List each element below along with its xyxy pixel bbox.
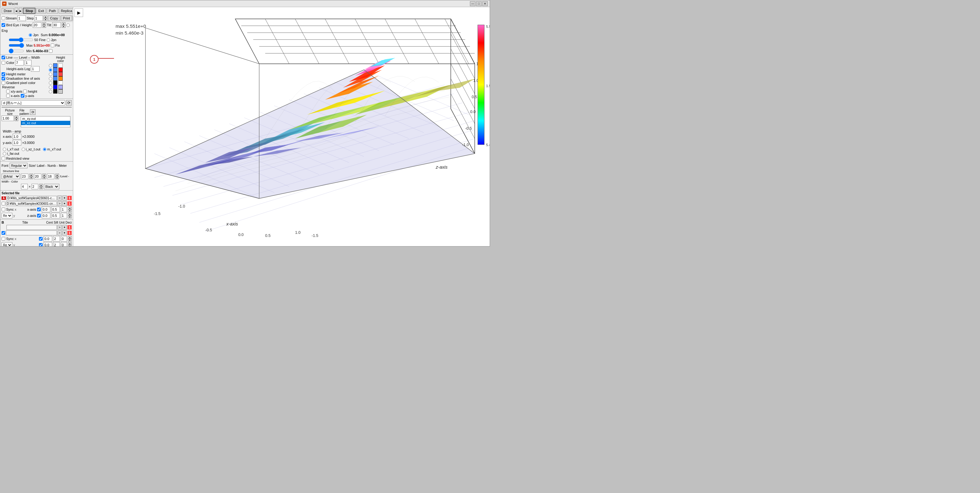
x-spin-b[interactable] <box>61 236 67 242</box>
fix-min-checkbox[interactable] <box>49 49 52 53</box>
color-num-input[interactable] <box>25 60 32 65</box>
fix-max-checkbox[interactable] <box>51 43 54 47</box>
picture-size-input[interactable] <box>2 116 14 121</box>
section-b-arrow1[interactable]: > <box>57 225 62 230</box>
x-check-a[interactable] <box>37 208 41 211</box>
nav-prev-button[interactable]: ◄ <box>14 8 18 14</box>
width-struct-down[interactable]: ▼ <box>39 186 43 189</box>
section-b-check2[interactable] <box>2 231 5 235</box>
y-axis-checkbox[interactable] <box>21 94 24 98</box>
width-struct-input[interactable] <box>32 184 38 189</box>
hc-radio-1[interactable] <box>49 68 52 72</box>
hc-radio-5[interactable] <box>49 86 52 89</box>
y-val1-a[interactable] <box>42 213 50 218</box>
color-input[interactable] <box>15 60 24 65</box>
width-struct-up[interactable]: ▲ <box>39 184 43 186</box>
x-val2-b[interactable] <box>53 236 60 242</box>
pattern-radio-0[interactable] <box>3 148 6 151</box>
hc-radio-0[interactable] <box>49 64 52 67</box>
pattern-radio-3[interactable] <box>3 152 6 155</box>
close-button[interactable]: ✕ <box>482 1 488 6</box>
x-val1-b[interactable] <box>44 236 52 242</box>
pattern-radio-2[interactable] <box>43 148 46 151</box>
rect-b-select[interactable]: Rect <box>2 242 12 246</box>
maximize-button[interactable]: □ <box>476 1 482 6</box>
font-face-select[interactable]: @Arial <box>2 173 20 179</box>
tilt-up-button[interactable]: ▲ <box>62 22 65 25</box>
fine-slider[interactable] <box>9 37 33 42</box>
font-style-select[interactable]: Regular <box>10 163 27 169</box>
step-input[interactable] <box>34 16 43 21</box>
numb-size-input[interactable] <box>47 173 54 179</box>
x-spin-a[interactable] <box>61 207 67 212</box>
file-b-star[interactable]: ✦ <box>62 201 67 206</box>
stream-checkbox[interactable] <box>2 16 5 20</box>
draw-button[interactable]: Draw <box>2 8 14 14</box>
y-amp-val1[interactable] <box>13 140 21 145</box>
max-slider[interactable] <box>9 43 24 48</box>
minimize-button[interactable]: — <box>470 1 476 6</box>
print-button[interactable]: Print <box>61 16 72 21</box>
hc-radio-3[interactable] <box>49 77 52 80</box>
sync-b-checkbox[interactable] <box>2 237 5 241</box>
x-val2-a[interactable] <box>51 207 60 212</box>
min-slider[interactable] <box>9 48 24 53</box>
x-up-b[interactable]: ▲ <box>68 236 72 239</box>
eng-radio[interactable] <box>67 24 70 27</box>
label-down[interactable]: ▼ <box>42 177 46 179</box>
y-up-b[interactable]: ▲ <box>68 242 72 245</box>
file-pattern-item-0[interactable]: m_xy.out <box>21 116 70 121</box>
step-down-button[interactable]: ▼ <box>44 18 47 21</box>
copy-button[interactable]: Copy <box>48 16 60 21</box>
y-down-a[interactable]: ▼ <box>68 216 72 218</box>
tilt-down-button[interactable]: ▼ <box>62 25 65 28</box>
y-check-a[interactable] <box>37 214 41 218</box>
height-chk[interactable] <box>23 89 27 93</box>
y-check-b[interactable] <box>39 243 43 246</box>
file-b-checkbox[interactable] <box>2 202 5 205</box>
section-b-star1[interactable]: ✦ <box>62 225 67 230</box>
section-b-star2[interactable]: ✦ <box>62 231 67 235</box>
color-checkbox[interactable] <box>2 61 5 65</box>
level-value-input[interactable] <box>21 184 28 189</box>
rect-a-select[interactable]: Rect <box>2 213 12 218</box>
x-axis-checkbox[interactable] <box>6 94 10 98</box>
y-val2-a[interactable] <box>51 213 60 218</box>
hc-radio-2[interactable] <box>49 73 52 76</box>
file-pattern-refresh[interactable]: ⟳ <box>30 109 35 115</box>
jpn-radio[interactable] <box>29 33 32 37</box>
sync-a-checkbox[interactable] <box>2 208 5 211</box>
height-down-button[interactable]: ▼ <box>42 25 46 28</box>
y-spin-b[interactable] <box>61 242 67 246</box>
y-spin-a[interactable] <box>61 213 67 218</box>
file-pattern-item-1[interactable]: m_xz.out <box>21 121 70 125</box>
tree-item-d[interactable]: 📁 D:¥ <box>2 107 72 108</box>
stop-button[interactable]: Stop <box>23 8 35 14</box>
x-check-b[interactable] <box>39 237 43 241</box>
hc-radio-4[interactable] <box>49 81 52 84</box>
y-val2-b[interactable] <box>53 242 60 246</box>
label-size-input[interactable] <box>34 173 41 179</box>
line-checkbox[interactable] <box>2 56 5 59</box>
gradient-checkbox[interactable] <box>2 81 5 84</box>
picture-size-up[interactable]: ▲ <box>14 116 18 118</box>
height-input[interactable] <box>33 22 41 28</box>
y-down-b[interactable]: ▼ <box>68 245 72 246</box>
x-up-a[interactable]: ▲ <box>68 207 72 210</box>
x-down-a[interactable]: ▼ <box>68 210 72 212</box>
tilt-input[interactable] <box>52 22 61 28</box>
replica-button[interactable]: Replica <box>59 8 73 14</box>
x-val1-a[interactable] <box>42 207 50 212</box>
height-axis-log-input[interactable] <box>31 66 40 72</box>
pattern-radio-1[interactable] <box>22 148 25 151</box>
stream-input[interactable] <box>17 16 26 21</box>
file-a-star[interactable]: ✦ <box>62 196 67 200</box>
hc-radio-6[interactable] <box>49 90 52 93</box>
restricted-checkbox[interactable] <box>2 157 5 160</box>
path-button[interactable]: Path <box>47 8 58 14</box>
size-input[interactable] <box>21 173 29 179</box>
xy-axis-checkbox[interactable] <box>6 89 10 93</box>
numb-down[interactable]: ▼ <box>55 177 59 179</box>
size-up[interactable]: ▲ <box>29 173 33 177</box>
directory-dropdown[interactable]: d [用ルーム] <box>2 100 65 106</box>
